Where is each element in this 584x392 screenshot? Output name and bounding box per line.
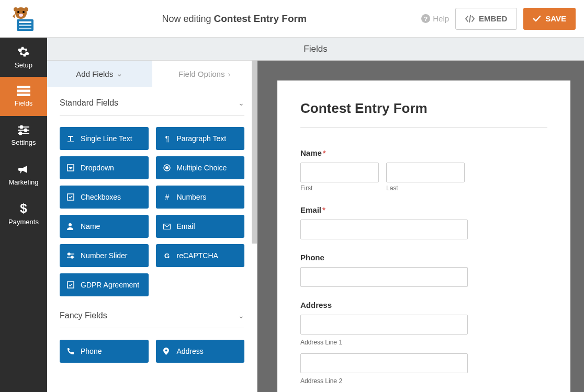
chevron-down-icon: ⌄ bbox=[116, 69, 123, 78]
check-icon bbox=[533, 15, 541, 22]
svg-rect-9 bbox=[19, 28, 31, 29]
svg-point-2 bbox=[23, 11, 25, 13]
form-icon bbox=[17, 86, 30, 96]
chevron-down-icon: ⌄ bbox=[238, 99, 244, 107]
svg-rect-13 bbox=[17, 90, 30, 93]
check-square-icon bbox=[67, 281, 75, 289]
page-title: Now editing Contest Entry Form bbox=[47, 13, 421, 25]
help-link[interactable]: ? Help bbox=[421, 14, 449, 23]
svg-rect-12 bbox=[17, 86, 30, 88]
code-icon bbox=[465, 15, 475, 22]
form-title: Contest Entry Form bbox=[300, 100, 547, 128]
chevron-right-icon: › bbox=[228, 70, 230, 78]
field-name[interactable]: Name bbox=[60, 215, 149, 238]
form-preview: Contest Entry Form Name* First Last bbox=[277, 80, 570, 392]
phone-icon bbox=[67, 348, 75, 355]
svg-point-27 bbox=[69, 223, 72, 226]
phone-input[interactable] bbox=[300, 267, 468, 287]
sidenav-item-marketing[interactable]: Marketing bbox=[0, 155, 47, 194]
sidenav-label: Setup bbox=[15, 61, 32, 69]
svg-text:?: ? bbox=[424, 15, 428, 22]
address-label: Address bbox=[300, 301, 547, 309]
sidenav-label: Fields bbox=[15, 99, 33, 107]
user-icon bbox=[67, 223, 75, 230]
sidenav-item-fields[interactable]: Fields bbox=[0, 77, 47, 116]
sidenav-item-setup[interactable]: Setup bbox=[0, 38, 47, 77]
embed-button[interactable]: EMBED bbox=[455, 8, 517, 30]
field-address[interactable]: Address bbox=[156, 340, 245, 363]
field-numbers[interactable]: #Numbers bbox=[156, 186, 245, 209]
last-sublabel: Last bbox=[386, 185, 465, 192]
svg-point-4 bbox=[14, 7, 18, 11]
paragraph-icon: ¶ bbox=[163, 134, 172, 143]
phone-label: Phone bbox=[300, 253, 547, 262]
field-number-slider[interactable]: Number Slider bbox=[60, 244, 149, 267]
help-icon: ? bbox=[421, 14, 430, 23]
svg-rect-8 bbox=[19, 25, 31, 26]
field-paragraph-text[interactable]: ¶Paragraph Text bbox=[156, 127, 245, 150]
first-sublabel: First bbox=[300, 185, 379, 192]
panel-header: Fields bbox=[47, 38, 584, 61]
text-icon bbox=[67, 135, 75, 142]
svg-rect-14 bbox=[17, 94, 30, 96]
dot-circle-icon bbox=[163, 164, 172, 171]
svg-point-5 bbox=[24, 7, 28, 11]
email-input[interactable] bbox=[300, 220, 468, 239]
scrollbar[interactable] bbox=[252, 61, 257, 244]
address-line2-input[interactable] bbox=[300, 353, 468, 373]
addr1-sublabel: Address Line 1 bbox=[300, 339, 547, 346]
save-button[interactable]: SAVE bbox=[523, 8, 576, 30]
svg-rect-7 bbox=[19, 21, 31, 23]
map-marker-icon bbox=[163, 348, 172, 355]
field-multiple-choice[interactable]: Multiple Choice bbox=[156, 156, 245, 179]
sidenav-label: Payments bbox=[8, 218, 39, 226]
address-line1-input[interactable] bbox=[300, 315, 468, 335]
envelope-icon bbox=[163, 224, 172, 229]
svg-text:G: G bbox=[164, 252, 169, 259]
sliders-icon bbox=[18, 125, 29, 135]
svg-point-18 bbox=[25, 129, 27, 132]
email-label: Email* bbox=[300, 205, 547, 214]
side-nav: Setup Fields Settings Marketing $ Paymen… bbox=[0, 38, 47, 392]
google-icon: G bbox=[163, 252, 172, 259]
section-fancy-fields[interactable]: Fancy Fields ⌄ bbox=[60, 311, 244, 328]
field-single-line-text[interactable]: Single Line Text bbox=[60, 127, 149, 150]
field-recaptcha[interactable]: GreCAPTCHA bbox=[156, 244, 245, 267]
addr2-sublabel: Address Line 2 bbox=[300, 377, 547, 385]
field-email[interactable]: Email bbox=[156, 215, 245, 238]
bullhorn-icon bbox=[17, 164, 30, 175]
tab-add-fields[interactable]: Add Fields ⌄ bbox=[47, 61, 152, 87]
name-label: Name* bbox=[300, 148, 547, 157]
field-dropdown[interactable]: Dropdown bbox=[60, 156, 149, 179]
svg-point-32 bbox=[71, 256, 73, 258]
svg-point-1 bbox=[17, 11, 19, 13]
svg-point-20 bbox=[19, 132, 22, 135]
tab-field-options[interactable]: Field Options › bbox=[152, 61, 257, 87]
dollar-icon: $ bbox=[19, 202, 28, 215]
caret-square-icon bbox=[67, 164, 75, 171]
check-square-icon bbox=[67, 193, 75, 201]
sliders-h-icon bbox=[67, 252, 75, 259]
gear-icon bbox=[17, 45, 30, 58]
section-standard-fields[interactable]: Standard Fields ⌄ bbox=[60, 98, 244, 116]
svg-point-30 bbox=[68, 253, 70, 255]
svg-point-16 bbox=[20, 126, 23, 129]
field-gdpr[interactable]: GDPR Agreement bbox=[60, 273, 149, 296]
sidenav-label: Settings bbox=[12, 139, 36, 146]
chevron-down-icon: ⌄ bbox=[238, 312, 244, 320]
last-name-input[interactable] bbox=[386, 163, 465, 182]
sidenav-item-settings[interactable]: Settings bbox=[0, 116, 47, 155]
sidenav-label: Marketing bbox=[8, 178, 38, 186]
svg-text:$: $ bbox=[20, 202, 27, 215]
first-name-input[interactable] bbox=[300, 163, 379, 182]
field-checkboxes[interactable]: Checkboxes bbox=[60, 186, 149, 209]
svg-point-3 bbox=[19, 14, 23, 17]
hash-icon: # bbox=[163, 193, 172, 201]
app-logo bbox=[0, 0, 47, 38]
field-phone[interactable]: Phone bbox=[60, 340, 149, 363]
sidenav-item-payments[interactable]: $ Payments bbox=[0, 194, 47, 234]
svg-point-25 bbox=[165, 166, 169, 169]
